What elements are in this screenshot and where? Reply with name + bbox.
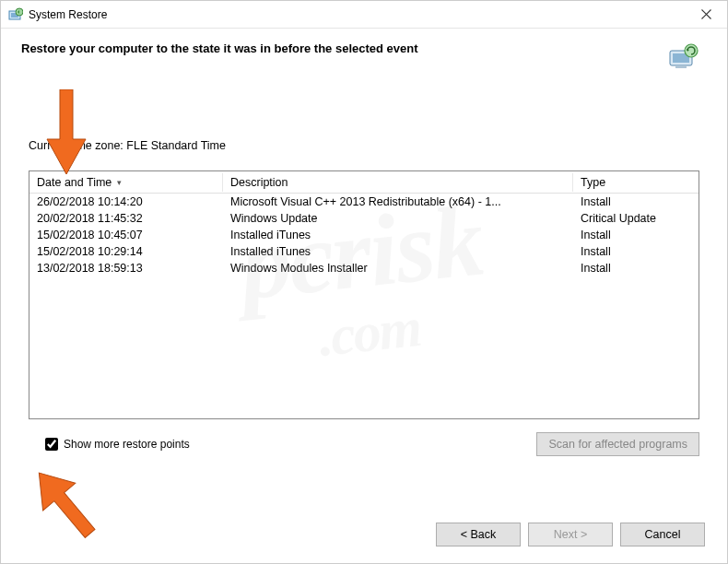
table-row[interactable]: 26/02/2018 10:14:20 Microsoft Visual C++… bbox=[29, 194, 699, 210]
cell-desc: Windows Modules Installer bbox=[223, 262, 573, 275]
cell-desc: Windows Update bbox=[223, 212, 573, 225]
column-label: Type bbox=[581, 176, 605, 189]
svg-point-6 bbox=[685, 44, 698, 57]
cell-desc: Installed iTunes bbox=[223, 245, 573, 258]
header-region: Restore your computer to the state it wa… bbox=[1, 29, 727, 84]
column-header-type[interactable]: Type bbox=[573, 173, 699, 192]
cell-type: Critical Update bbox=[573, 212, 699, 225]
svg-rect-5 bbox=[675, 65, 687, 68]
cell-date: 15/02/2018 10:45:07 bbox=[29, 229, 223, 241]
cell-date: 13/02/2018 18:59:13 bbox=[29, 262, 223, 275]
checkbox-label: Show more restore points bbox=[64, 438, 190, 451]
table-body: 26/02/2018 10:14:20 Microsoft Visual C++… bbox=[29, 194, 699, 276]
cell-desc: Installed iTunes bbox=[223, 229, 573, 241]
column-header-description[interactable]: Description bbox=[223, 173, 573, 192]
cell-date: 20/02/2018 11:45:32 bbox=[29, 212, 223, 225]
system-restore-icon bbox=[8, 7, 23, 22]
cancel-button[interactable]: Cancel bbox=[620, 523, 705, 546]
scan-affected-button[interactable]: Scan for affected programs bbox=[536, 432, 699, 456]
cell-desc: Microsoft Visual C++ 2013 Redistributabl… bbox=[223, 195, 573, 208]
cell-type: Install bbox=[573, 195, 699, 208]
table-row[interactable]: 15/02/2018 10:29:14 Installed iTunes Ins… bbox=[29, 243, 699, 260]
header-text: Restore your computer to the state it wa… bbox=[21, 41, 418, 55]
annotation-arrow-bottom bbox=[23, 462, 106, 545]
table-row[interactable]: 20/02/2018 11:45:32 Windows Update Criti… bbox=[29, 210, 699, 227]
content-area: Current time zone: FLE Standard Time Dat… bbox=[1, 139, 727, 456]
titlebar: System Restore bbox=[1, 1, 727, 29]
chevron-down-icon: ▾ bbox=[117, 178, 122, 187]
annotation-arrow-top bbox=[41, 89, 91, 176]
bottom-row: Show more restore points Scan for affect… bbox=[29, 432, 699, 456]
cell-type: Install bbox=[573, 229, 699, 241]
system-restore-window: System Restore Restore your computer to … bbox=[0, 0, 728, 564]
cell-date: 15/02/2018 10:29:14 bbox=[29, 245, 223, 258]
column-label: Description bbox=[230, 176, 288, 189]
cell-type: Install bbox=[573, 245, 699, 258]
cell-date: 26/02/2018 10:14:20 bbox=[29, 195, 223, 208]
next-button[interactable]: Next > bbox=[528, 523, 613, 546]
show-more-checkbox[interactable]: Show more restore points bbox=[45, 438, 190, 451]
table-header: Date and Time ▾ Description Type bbox=[29, 171, 699, 194]
table-row[interactable]: 15/02/2018 10:45:07 Installed iTunes Ins… bbox=[29, 227, 699, 243]
cell-type: Install bbox=[573, 262, 699, 275]
wizard-button-bar: < Back Next > Cancel bbox=[436, 523, 705, 546]
show-more-checkbox-input[interactable] bbox=[45, 438, 58, 451]
table-row[interactable]: 13/02/2018 18:59:13 Windows Modules Inst… bbox=[29, 260, 699, 276]
restore-points-table[interactable]: Date and Time ▾ Description Type 26/02/2… bbox=[29, 170, 699, 419]
window-title: System Restore bbox=[29, 8, 685, 21]
column-label: Date and Time bbox=[37, 176, 112, 189]
close-button[interactable] bbox=[685, 1, 727, 29]
timezone-label: Current time zone: FLE Standard Time bbox=[29, 139, 699, 152]
restore-computer-icon bbox=[666, 41, 699, 75]
back-button[interactable]: < Back bbox=[436, 523, 521, 546]
